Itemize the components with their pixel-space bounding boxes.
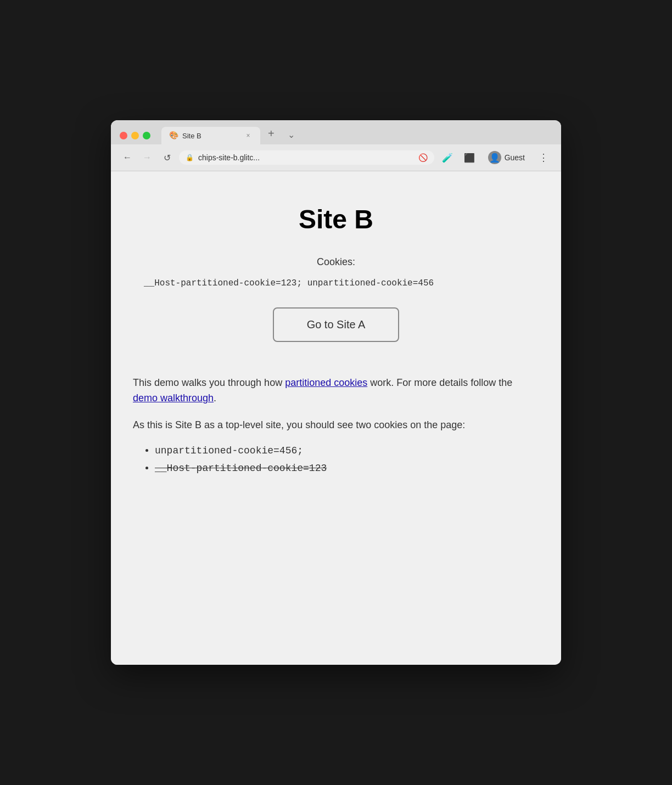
- tab-title: Site B: [182, 132, 239, 140]
- description1-between-text: work. For more details follow the: [367, 377, 512, 388]
- description-paragraph-2: As this is Site B as a top-level site, y…: [133, 417, 539, 433]
- split-view-button[interactable]: ⬛: [461, 149, 478, 166]
- forward-button[interactable]: →: [139, 150, 155, 165]
- tab-favicon-icon: 🎨: [169, 131, 178, 140]
- back-icon: ←: [123, 153, 132, 162]
- list-item: __Host-partitioned-cookie=123: [155, 459, 539, 477]
- address-bar[interactable]: 🔒 chips-site-b.glitc... 🚫: [179, 150, 434, 165]
- tab-dropdown-button[interactable]: ⌄: [282, 130, 300, 144]
- reload-button[interactable]: ↺: [159, 150, 175, 165]
- tabs-row: 🎨 Site B × + ⌄: [161, 127, 300, 144]
- browser-window: 🎨 Site B × + ⌄ ← → ↺ 🔒 chips-site-b.glit…: [111, 120, 561, 665]
- forward-icon: →: [143, 153, 152, 162]
- title-bar: 🎨 Site B × + ⌄: [111, 120, 561, 144]
- description1-before-text: This demo walks you through how: [133, 377, 285, 388]
- profile-button[interactable]: 👤 Guest: [483, 149, 530, 166]
- back-button[interactable]: ←: [120, 150, 135, 165]
- new-tab-button[interactable]: +: [262, 127, 280, 144]
- split-icon: ⬛: [464, 153, 475, 163]
- title-bar-top: 🎨 Site B × + ⌄: [120, 127, 552, 144]
- minimize-traffic-light[interactable]: [131, 132, 139, 139]
- close-traffic-light[interactable]: [120, 132, 127, 139]
- avatar-icon: 👤: [489, 153, 500, 163]
- description1-after-text: .: [214, 392, 216, 403]
- lock-icon: 🔒: [186, 154, 194, 161]
- avatar: 👤: [488, 151, 501, 164]
- tab-close-button[interactable]: ×: [244, 131, 253, 140]
- lab-icon-button[interactable]: 🧪: [439, 149, 456, 166]
- reload-icon: ↺: [164, 153, 171, 163]
- description-paragraph-1: This demo walks you through how partitio…: [133, 375, 539, 407]
- cookies-value: __Host-partitioned-cookie=123; unpartiti…: [133, 277, 539, 291]
- page-title: Site B: [133, 204, 539, 234]
- more-options-button[interactable]: ⋮: [535, 149, 552, 166]
- cookies-label: Cookies:: [133, 256, 539, 268]
- eye-slash-icon[interactable]: 🚫: [418, 153, 428, 162]
- profile-label: Guest: [505, 153, 525, 162]
- lab-icon: 🧪: [442, 153, 453, 163]
- more-icon: ⋮: [539, 152, 548, 164]
- demo-walkthrough-link[interactable]: demo walkthrough: [133, 392, 214, 403]
- nav-bar: ← → ↺ 🔒 chips-site-b.glitc... 🚫 🧪 ⬛ 👤 Gu…: [111, 144, 561, 171]
- address-text: chips-site-b.glitc...: [198, 153, 414, 162]
- partitioned-cookies-link[interactable]: partitioned cookies: [285, 377, 367, 388]
- go-to-site-a-button[interactable]: Go to Site A: [273, 307, 400, 342]
- page-content: Site B Cookies: __Host-partitioned-cooki…: [111, 171, 561, 665]
- traffic-lights: [120, 132, 150, 139]
- active-tab[interactable]: 🎨 Site B ×: [161, 127, 260, 144]
- list-item: unpartitioned-cookie=456;: [155, 442, 539, 459]
- cookie-list: unpartitioned-cookie=456; __Host-partiti…: [133, 442, 539, 478]
- maximize-traffic-light[interactable]: [143, 132, 150, 139]
